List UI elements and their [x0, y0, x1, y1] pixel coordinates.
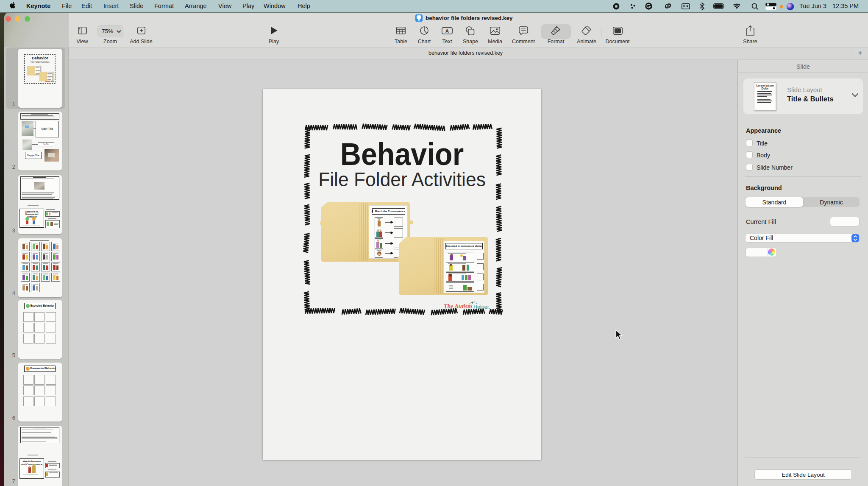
svg-text:A: A [445, 28, 449, 34]
